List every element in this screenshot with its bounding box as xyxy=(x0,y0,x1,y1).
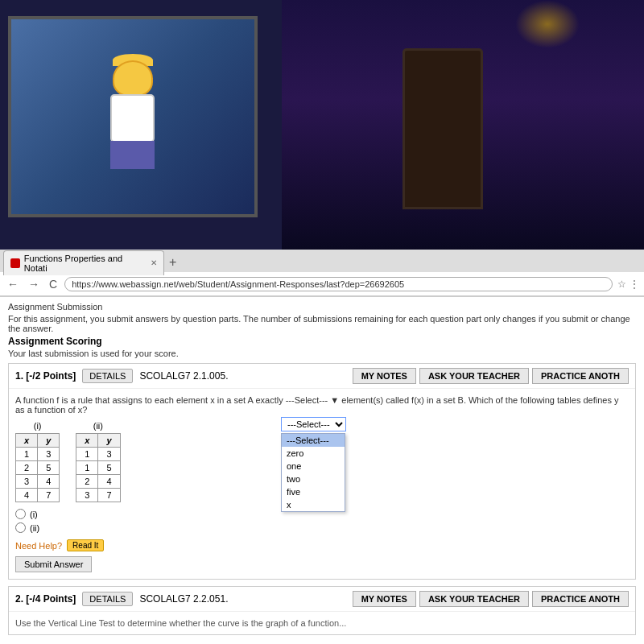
back-button[interactable]: ← xyxy=(5,278,21,291)
table-1-label: (i) xyxy=(34,421,42,431)
tv-screen xyxy=(8,16,258,217)
question-1-buttons: MY NOTES ASK YOUR TEACHER PRACTICE ANOTH xyxy=(353,368,629,384)
need-help-section: Need Help? Read It xyxy=(15,539,629,551)
table-1-col-y: y xyxy=(38,434,60,448)
table-row: 34 xyxy=(16,475,60,489)
table-row: 13 xyxy=(16,448,60,461)
question-1-number: 1. [-/2 Points] xyxy=(15,370,76,382)
question-1-scolalg: SCOLALG7 2.1.005. xyxy=(139,370,228,382)
star-icon[interactable]: ☆ xyxy=(617,279,626,290)
q2-practice-button[interactable]: PRACTICE ANOTH xyxy=(532,591,629,607)
table-row: 24 xyxy=(76,475,120,489)
need-help-text: Need Help? xyxy=(15,541,62,551)
question-2-details-button[interactable]: DETAILS xyxy=(82,592,133,606)
question-2-left: 2. [-/4 Points] DETAILS SCOLALG7 2.2.051… xyxy=(15,592,228,606)
table-1: x y 13 25 34 47 xyxy=(15,433,60,502)
radio-input-i[interactable] xyxy=(15,509,26,519)
reload-button[interactable]: C xyxy=(47,278,60,291)
radio-label-ii: (ii) xyxy=(30,523,39,533)
table-row: 47 xyxy=(16,489,60,502)
page-description: For this assignment, you submit answers … xyxy=(8,314,636,333)
tv-room-background xyxy=(0,0,644,250)
element-select[interactable]: ---Select--- zero one two five x xyxy=(281,417,346,431)
assignment-scoring-title: Assignment Scoring xyxy=(8,336,636,347)
url-input[interactable]: https://www.webassign.net/web/Student/As… xyxy=(64,277,613,291)
question-1-body: A function f is a rule that assigns to e… xyxy=(9,389,635,579)
question-2-header: 2. [-/4 Points] DETAILS SCOLALG7 2.2.051… xyxy=(9,587,635,612)
table-2: x y 13 15 24 37 xyxy=(76,433,120,502)
table-row: 37 xyxy=(76,489,120,502)
ask-teacher-button[interactable]: ASK YOUR TEACHER xyxy=(419,368,529,384)
select-wrapper: ---Select--- zero one two five x ---Sele… xyxy=(281,417,346,431)
question-2-block: 2. [-/4 Points] DETAILS SCOLALG7 2.2.051… xyxy=(8,586,636,635)
menu-icon[interactable]: ⋮ xyxy=(630,279,639,290)
question-1-left: 1. [-/2 Points] DETAILS SCOLALG7 2.1.005… xyxy=(15,369,228,383)
table-1-col-x: x xyxy=(16,434,38,448)
table-2-col-y: y xyxy=(98,434,120,448)
question-1-details-button[interactable]: DETAILS xyxy=(82,369,133,383)
question-2-scolalg: SCOLALG7 2.2.051. xyxy=(139,593,228,605)
dropdown-option-zero[interactable]: zero xyxy=(282,447,345,460)
question-2-buttons: MY NOTES ASK YOUR TEACHER PRACTICE ANOTH xyxy=(353,591,629,607)
tables-area: (i) x y 13 25 34 47 xyxy=(15,421,629,502)
door xyxy=(402,48,483,209)
submit-answer-button[interactable]: Submit Answer xyxy=(15,556,92,572)
dropdown-option-one[interactable]: one xyxy=(282,460,345,473)
q2-ask-teacher-button[interactable]: ASK YOUR TEACHER xyxy=(419,591,529,607)
tab-title: Functions Properties and Notati xyxy=(24,254,147,273)
question-1-header: 1. [-/2 Points] DETAILS SCOLALG7 2.1.005… xyxy=(9,364,635,389)
select-inline-label: ---Select--- ▼ xyxy=(286,395,342,405)
browser-tab[interactable]: Functions Properties and Notati ✕ xyxy=(3,250,164,275)
question-1-text: A function f is a rule that assigns to e… xyxy=(15,395,629,415)
q2-my-notes-button[interactable]: MY NOTES xyxy=(353,591,416,607)
tab-favicon xyxy=(10,258,20,268)
table-2-col-x: x xyxy=(76,434,98,448)
dropdown-open: ---Select--- zero one two five x xyxy=(281,433,345,512)
question-1-block: 1. [-/2 Points] DETAILS SCOLALG7 2.1.005… xyxy=(8,363,636,580)
tab-close-button[interactable]: ✕ xyxy=(151,258,157,267)
submission-note: Your last submission is used for your sc… xyxy=(8,349,636,358)
dropdown-option-select[interactable]: ---Select--- xyxy=(282,434,345,447)
tab-bar: Functions Properties and Notati ✕ + xyxy=(0,250,644,272)
my-notes-button[interactable]: MY NOTES xyxy=(353,368,416,384)
room-background xyxy=(282,0,644,250)
dropdown-option-five[interactable]: five xyxy=(282,485,345,498)
practice-button[interactable]: PRACTICE ANOTH xyxy=(532,368,629,384)
table-row: 25 xyxy=(16,461,60,475)
question-2-text: Use the Vertical Line Test to determine … xyxy=(15,618,629,628)
page-content: Assignment Submission For this assignmen… xyxy=(0,297,644,644)
browser-chrome: Functions Properties and Notati ✕ + ← → … xyxy=(0,250,644,297)
new-tab-button[interactable]: + xyxy=(169,255,176,270)
radio-input-ii[interactable] xyxy=(15,522,26,533)
dropdown-option-two[interactable]: two xyxy=(282,473,345,485)
read-it-button[interactable]: Read It xyxy=(67,539,104,551)
radio-group: (i) (ii) xyxy=(15,509,629,533)
question-2-number: 2. [-/4 Points] xyxy=(15,593,76,605)
table-row: 13 xyxy=(76,448,120,461)
address-bar: ← → C https://www.webassign.net/web/Stud… xyxy=(0,272,644,296)
table-2-wrapper: (ii) x y 13 15 24 37 xyxy=(76,421,120,502)
table-row: 15 xyxy=(76,461,120,475)
page-breadcrumb: Assignment Submission xyxy=(8,302,636,312)
question-2-body: Use the Vertical Line Test to determine … xyxy=(9,612,635,634)
browser-icons: ☆ ⋮ xyxy=(617,279,639,290)
forward-button[interactable]: → xyxy=(26,278,42,291)
radio-label-i: (i) xyxy=(30,510,38,519)
chandelier xyxy=(515,0,580,48)
cartoon-character xyxy=(101,60,165,173)
table-2-label: (ii) xyxy=(93,421,103,431)
table-1-wrapper: (i) x y 13 25 34 47 xyxy=(15,421,60,502)
dropdown-option-x[interactable]: x xyxy=(282,498,345,511)
radio-option-ii[interactable]: (ii) xyxy=(15,522,629,533)
